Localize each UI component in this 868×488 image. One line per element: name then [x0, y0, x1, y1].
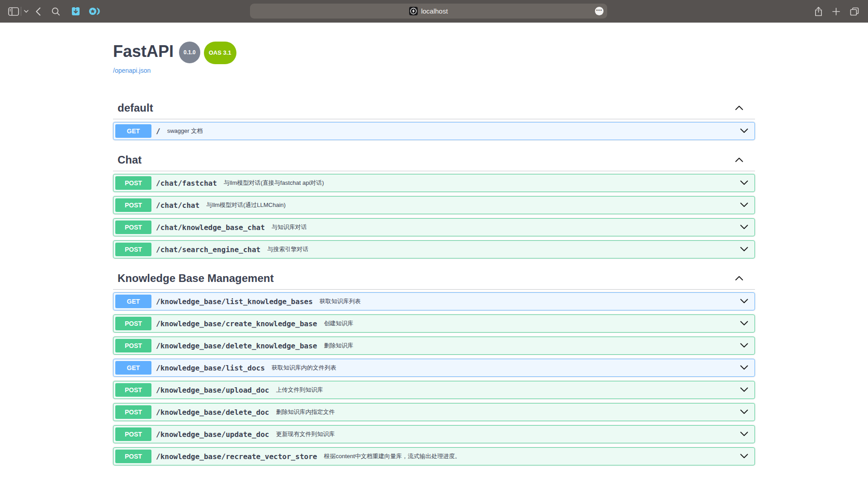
- section-operations: GET / swagger 文档: [113, 122, 755, 140]
- section-operations: POST /chat/fastchat 与llm模型对话(直接与fastchat…: [113, 174, 755, 258]
- method-badge: POST: [115, 427, 151, 441]
- share-icon: [815, 7, 822, 16]
- endpoint-row[interactable]: POST /knowledge_base/create_knowledge_ba…: [113, 314, 755, 333]
- sidebar-dropdown-button[interactable]: [24, 0, 28, 23]
- endpoint-path: /knowledge_base/upload_doc: [156, 386, 269, 394]
- endpoint-description: 删除知识库: [324, 342, 353, 350]
- chevron-up-icon[interactable]: [735, 274, 743, 282]
- section-header[interactable]: Chat: [113, 149, 755, 171]
- section-header[interactable]: Knowledge Base Management: [113, 267, 755, 290]
- section-header[interactable]: default: [113, 97, 755, 119]
- browser-toolbar: localhost •••: [0, 0, 868, 23]
- pinned-tab-bookmark-icon: [70, 6, 81, 17]
- endpoint-description: 根据content中文档重建向量库，流式输出处理进度。: [324, 452, 461, 460]
- chevron-down-icon[interactable]: [740, 386, 748, 394]
- endpoint-description: 获取知识库列表: [320, 297, 361, 305]
- chevron-down-icon[interactable]: [740, 223, 748, 231]
- endpoint-row[interactable]: POST /knowledge_base/update_doc 更新现有文件到知…: [113, 425, 755, 443]
- endpoint-description: 与llm模型对话(直接与fastchat api对话): [224, 179, 324, 187]
- endpoint-description: 更新现有文件到知识库: [276, 430, 335, 438]
- version-badge: 0.1.0: [179, 42, 200, 63]
- new-tab-button[interactable]: [832, 0, 840, 23]
- endpoint-description: 与知识库对话: [272, 223, 307, 231]
- chevron-down-icon[interactable]: [740, 201, 748, 209]
- pinned-tab-broadcast[interactable]: [88, 0, 100, 23]
- endpoint-row[interactable]: POST /chat/fastchat 与llm模型对话(直接与fastchat…: [113, 174, 755, 192]
- api-title: FastAPI: [113, 42, 174, 61]
- toolbar-divider: [21, 7, 21, 16]
- endpoint-path: /chat/search_engine_chat: [156, 245, 260, 254]
- ellipsis-icon: •••: [596, 8, 603, 13]
- chevron-down-icon[interactable]: [740, 297, 748, 305]
- fastapi-favicon-icon: [409, 7, 418, 15]
- chevron-down-icon[interactable]: [740, 364, 748, 372]
- toolbar-right-group: [815, 0, 859, 23]
- chevron-up-icon[interactable]: [735, 156, 743, 164]
- endpoint-row[interactable]: POST /chat/chat 与llm模型对话(通过LLMChain): [113, 196, 755, 214]
- method-badge: POST: [115, 221, 151, 234]
- chevron-down-icon[interactable]: [740, 452, 748, 460]
- share-button[interactable]: [815, 0, 822, 23]
- endpoint-row[interactable]: POST /knowledge_base/recreate_vector_sto…: [113, 447, 755, 465]
- chevron-down-icon[interactable]: [740, 179, 748, 187]
- sidebar-toggle-button[interactable]: [8, 0, 19, 23]
- endpoint-path: /knowledge_base/delete_doc: [156, 408, 269, 417]
- section-title: Chat: [118, 154, 142, 166]
- endpoint-path: /knowledge_base/list_knowledge_bases: [156, 297, 313, 306]
- method-badge: POST: [115, 383, 151, 397]
- method-badge: POST: [115, 243, 151, 256]
- swagger-ui-page: FastAPI 0.1.0 OAS 3.1 /openapi.json defa…: [0, 23, 868, 488]
- back-button[interactable]: [36, 0, 41, 23]
- endpoint-path: /knowledge_base/list_docs: [156, 364, 265, 372]
- endpoint-description: 上传文件到知识库: [276, 386, 323, 394]
- endpoint-row[interactable]: POST /chat/knowledge_base_chat 与知识库对话: [113, 218, 755, 236]
- method-badge: POST: [115, 450, 151, 463]
- openapi-spec-link[interactable]: /openapi.json: [113, 67, 151, 74]
- api-info: FastAPI 0.1.0 OAS 3.1 /openapi.json: [113, 42, 755, 75]
- endpoint-path: /chat/chat: [156, 201, 199, 210]
- endpoint-path: /chat/knowledge_base_chat: [156, 223, 265, 232]
- chevron-down-icon[interactable]: [740, 430, 748, 438]
- pinned-tab-broadcast-icon: [88, 6, 100, 17]
- url-bar[interactable]: localhost •••: [250, 4, 607, 19]
- url-text: localhost: [421, 7, 448, 15]
- chevron-down-icon[interactable]: [740, 342, 748, 350]
- endpoint-description: 与搜索引擎对话: [267, 245, 308, 253]
- endpoint-path: /: [156, 127, 160, 136]
- endpoint-row[interactable]: POST /knowledge_base/delete_knowledge_ba…: [113, 337, 755, 355]
- endpoint-description: 删除知识库内指定文件: [276, 408, 335, 416]
- page-title: FastAPI 0.1.0 OAS 3.1: [113, 42, 755, 64]
- chevron-down-icon[interactable]: [740, 127, 748, 135]
- method-badge: GET: [115, 361, 151, 375]
- api-sections: default GET / swagger 文档 Chat: [113, 97, 755, 465]
- tab-overview-button[interactable]: [850, 0, 859, 23]
- chevron-down-icon: [24, 10, 28, 13]
- page-settings-button[interactable]: •••: [595, 7, 604, 15]
- method-badge: POST: [115, 317, 151, 330]
- endpoint-path: /knowledge_base/recreate_vector_store: [156, 452, 317, 461]
- endpoint-path: /knowledge_base/create_knowledge_base: [156, 319, 317, 328]
- endpoint-row[interactable]: GET /knowledge_base/list_knowledge_bases…: [113, 292, 755, 310]
- toolbar-left-group: [8, 0, 100, 23]
- api-section: Knowledge Base Management GET /knowledge…: [113, 267, 755, 465]
- endpoint-row[interactable]: GET / swagger 文档: [113, 122, 755, 140]
- tab-overview-icon: [850, 7, 859, 16]
- endpoint-description: 与llm模型对话(通过LLMChain): [206, 201, 286, 209]
- method-badge: POST: [115, 405, 151, 419]
- pinned-tab-bookmark[interactable]: [70, 0, 81, 23]
- endpoint-row[interactable]: POST /chat/search_engine_chat 与搜索引擎对话: [113, 240, 755, 258]
- endpoint-row[interactable]: POST /knowledge_base/upload_doc 上传文件到知识库: [113, 381, 755, 399]
- endpoint-path: /knowledge_base/update_doc: [156, 430, 269, 439]
- chevron-up-icon[interactable]: [735, 104, 743, 112]
- search-button[interactable]: [52, 0, 60, 23]
- sidebar-toggle-icon: [8, 7, 19, 16]
- api-section: default GET / swagger 文档: [113, 97, 755, 140]
- endpoint-row[interactable]: POST /knowledge_base/delete_doc 删除知识库内指定…: [113, 403, 755, 421]
- endpoint-row[interactable]: GET /knowledge_base/list_docs 获取知识库内的文件列…: [113, 359, 755, 377]
- chevron-down-icon[interactable]: [740, 408, 748, 416]
- chevron-down-icon[interactable]: [740, 319, 748, 328]
- api-section: Chat POST /chat/fastchat 与llm模型对话(直接与fas…: [113, 149, 755, 258]
- search-icon: [52, 7, 60, 16]
- new-tab-icon: [832, 8, 840, 15]
- chevron-down-icon[interactable]: [740, 245, 748, 253]
